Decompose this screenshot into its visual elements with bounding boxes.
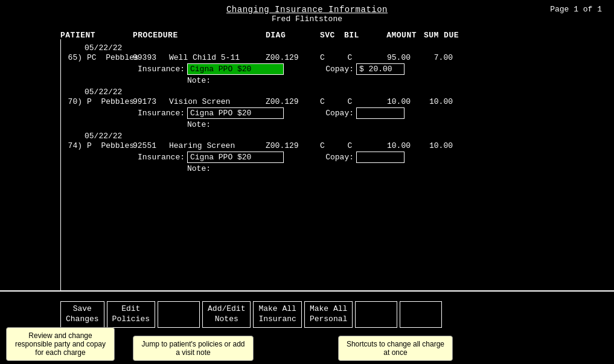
insurance-input-1[interactable] bbox=[187, 107, 284, 119]
charge-date-1: 05/22/22 bbox=[60, 88, 614, 97]
insurance-input-2[interactable] bbox=[187, 152, 284, 163]
copay-label-0: Copay: bbox=[320, 65, 356, 74]
charge-patient-prefix: P Pebbles bbox=[85, 141, 133, 150]
edit-policies-button[interactable]: EditPolicies bbox=[107, 301, 155, 328]
note-row-2: Note: bbox=[60, 164, 614, 173]
insurance-row-1: Insurance:Copay: bbox=[60, 107, 614, 119]
charge-num: 70) bbox=[60, 97, 85, 106]
charge-amount: 10.00 bbox=[362, 97, 411, 106]
title: Changing Insurance Information bbox=[0, 5, 614, 14]
charge-num: 74) bbox=[60, 141, 85, 150]
charge-diag: Z00.129 bbox=[266, 141, 320, 150]
tooltip-right: Shortcuts to change all charge at once bbox=[338, 336, 453, 361]
col-header-diag: DIAG bbox=[266, 31, 320, 40]
col-header-sumdue: SUM DUE bbox=[417, 31, 459, 40]
add-edit-notes-button[interactable]: Add/EditNotes bbox=[202, 301, 251, 328]
charge-row-2: 74) P Pebbles 92551 Hearing Screen Z00.1… bbox=[60, 141, 614, 150]
charge-amount: 95.00 bbox=[362, 53, 411, 62]
make-all-personal-button[interactable]: Make AllPersonal bbox=[304, 301, 353, 328]
empty-1-button[interactable] bbox=[158, 301, 200, 328]
save-changes-button[interactable]: SaveChanges bbox=[60, 301, 104, 328]
insurance-label-1: Insurance: bbox=[133, 109, 187, 118]
charge-bil: C bbox=[338, 53, 362, 62]
charge-bil: C bbox=[338, 97, 362, 106]
charge-row-0: 65) PC Pebbles 99393 Well Child 5-11 Z00… bbox=[60, 53, 614, 62]
charge-desc: Vision Screen bbox=[169, 97, 266, 106]
insurance-label-2: Insurance: bbox=[133, 153, 187, 162]
charge-block-2: 05/22/22 74) P Pebbles 92551 Hearing Scr… bbox=[0, 132, 614, 173]
charge-date-0: 05/22/22 bbox=[60, 43, 614, 53]
copay-label-1: Copay: bbox=[320, 109, 356, 118]
col-header-bil: BIL bbox=[344, 31, 368, 40]
subtitle: Fred Flintstone bbox=[0, 14, 614, 24]
charge-patient-prefix: P Pebbles bbox=[85, 97, 133, 106]
tooltip-center: Jump to patient's policies or add a visi… bbox=[133, 336, 254, 361]
header-area: Changing Insurance Information Fred Flin… bbox=[0, 0, 614, 26]
charge-patient-prefix: PC Pebbles bbox=[85, 53, 133, 62]
charge-sumdue: 10.00 bbox=[411, 97, 453, 106]
charge-svc: C bbox=[320, 141, 338, 150]
note-row-0: Note: bbox=[60, 76, 614, 85]
make-all-insurance-button[interactable]: Make AllInsuranc bbox=[253, 301, 301, 328]
copay-label-2: Copay: bbox=[320, 153, 356, 162]
charge-block-1: 05/22/22 70) P Pebbles 99173 Vision Scre… bbox=[0, 88, 614, 129]
charge-code: 92551 bbox=[133, 141, 169, 150]
charge-block-0: 05/22/22 65) PC Pebbles 99393 Well Child… bbox=[0, 43, 614, 85]
empty-2-button[interactable] bbox=[355, 301, 397, 328]
copay-input-0[interactable] bbox=[356, 63, 405, 75]
charge-code: 99173 bbox=[133, 97, 169, 106]
buttons-area: SaveChangesEditPoliciesAdd/EditNotesMake… bbox=[60, 301, 614, 328]
tooltip-left: Review and change responsible party and … bbox=[6, 327, 115, 361]
insurance-row-2: Insurance:Copay: bbox=[60, 152, 614, 163]
charge-desc: Well Child 5-11 bbox=[169, 53, 266, 62]
col-header-procedure: PROCEDURE bbox=[133, 31, 266, 40]
charge-sumdue: 10.00 bbox=[411, 141, 453, 150]
charge-svc: C bbox=[320, 97, 338, 106]
charge-desc: Hearing Screen bbox=[169, 141, 266, 150]
insurance-row-0: Insurance:Copay: bbox=[60, 63, 614, 75]
charge-bil: C bbox=[338, 141, 362, 150]
charge-num: 65) bbox=[60, 53, 85, 62]
insurance-input-0[interactable] bbox=[187, 63, 284, 75]
charges-container: 05/22/22 65) PC Pebbles 99393 Well Child… bbox=[0, 41, 614, 173]
charge-amount: 10.00 bbox=[362, 141, 411, 150]
screen: Page 1 of 1 Changing Insurance Informati… bbox=[0, 0, 614, 364]
insurance-label-0: Insurance: bbox=[133, 65, 187, 74]
charge-diag: Z00.129 bbox=[266, 97, 320, 106]
col-header-patient: PATIENT bbox=[60, 31, 133, 40]
column-headers: PATIENT PROCEDURE DIAG SVC BIL AMOUNT SU… bbox=[0, 30, 614, 41]
charge-svc: C bbox=[320, 53, 338, 62]
copay-input-1[interactable] bbox=[356, 107, 405, 119]
col-header-amount: AMOUNT bbox=[368, 31, 417, 40]
page-indicator: Page 1 of 1 bbox=[550, 5, 602, 14]
bottom-bar bbox=[0, 290, 614, 292]
note-row-1: Note: bbox=[60, 120, 614, 129]
col-header-svc: SVC bbox=[320, 31, 344, 40]
charge-date-2: 05/22/22 bbox=[60, 132, 614, 141]
charge-sumdue: 7.00 bbox=[411, 53, 453, 62]
charge-row-1: 70) P Pebbles 99173 Vision Screen Z00.12… bbox=[60, 97, 614, 106]
sidebar-line bbox=[60, 39, 61, 292]
empty-3-button[interactable] bbox=[400, 301, 442, 328]
copay-input-2[interactable] bbox=[356, 152, 405, 163]
charge-code: 99393 bbox=[133, 53, 169, 62]
charge-diag: Z00.129 bbox=[266, 53, 320, 62]
